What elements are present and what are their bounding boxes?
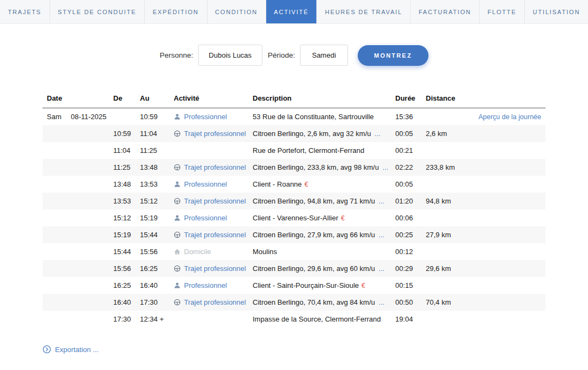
row-description: Moulins — [253, 248, 277, 256]
row-activity-cell: Trajet professionnel — [174, 163, 253, 171]
table-row: 17:30 12:34 + Impasse de la Source, Cler… — [42, 311, 546, 328]
person-icon — [174, 181, 181, 188]
description-more-link[interactable]: ... — [381, 163, 388, 171]
tab-facturation[interactable]: FACTURATION — [410, 0, 479, 23]
euro-icon: € — [304, 181, 308, 188]
tab-bar: TRAJETS STYLE DE CONDUITE EXPÉDITION CON… — [0, 0, 588, 24]
activity-link[interactable]: Domicile — [184, 248, 211, 256]
activity-link[interactable]: Trajet professionnel — [184, 163, 246, 171]
tab-flotte[interactable]: FLOTTE — [479, 0, 524, 23]
row-description: Client - Saint-Pourçain-Sur-Sioule — [253, 281, 359, 289]
activity-link[interactable]: Professionnel — [184, 281, 227, 289]
row-to: 17:30 — [140, 298, 174, 306]
description-more-link[interactable]: ... — [377, 298, 384, 306]
description-more-link[interactable]: ... — [377, 264, 384, 273]
activity-link[interactable]: Professionnel — [184, 214, 227, 222]
row-activity-cell: Trajet professionnel — [174, 264, 253, 273]
steering-wheel-icon — [174, 265, 181, 272]
export-link[interactable]: Exportation ... — [42, 345, 99, 354]
row-from: 13:53 — [113, 197, 140, 205]
activity-link[interactable]: Trajet professionnel — [184, 264, 246, 273]
steering-wheel-icon — [174, 164, 181, 171]
row-to: 10:59 — [140, 113, 174, 121]
row-from: 15:56 — [113, 264, 140, 273]
row-from: 11:25 — [113, 163, 140, 171]
row-from: 17:30 — [113, 315, 140, 323]
description-more-link[interactable]: ... — [377, 197, 384, 205]
row-to: 15:19 — [140, 214, 174, 222]
row-activity-cell: Trajet professionnel — [174, 298, 253, 306]
row-from: 15:12 — [113, 214, 140, 222]
day-overview-link[interactable]: Aperçu de la journée — [479, 113, 541, 121]
row-description-cell: Moulins — [253, 248, 395, 256]
row-date-cell — [47, 281, 113, 289]
tab-label: HEURES DE TRAVAIL — [325, 9, 402, 15]
tab-style-de-conduite[interactable]: STYLE DE CONDUITE — [50, 0, 144, 23]
row-activity-cell: Domicile — [174, 248, 253, 256]
activity-link[interactable]: Trajet professionnel — [184, 197, 246, 205]
description-more-link[interactable]: ... — [377, 231, 384, 239]
row-duration: 02:22 — [395, 163, 426, 171]
activity-link[interactable]: Professionnel — [184, 180, 227, 188]
table-row: 11:25 13:48 Trajet professionnel Citroen… — [42, 159, 546, 176]
row-duration: 00:50 — [395, 298, 426, 306]
row-activity-cell: Trajet professionnel — [174, 130, 253, 138]
person-icon — [174, 214, 181, 221]
table-row: 16:40 17:30 Trajet professionnel Citroen… — [42, 294, 546, 311]
row-description: Client - Roanne — [253, 180, 302, 188]
row-to: 16:40 — [140, 281, 174, 289]
tab-label: FLOTTE — [488, 9, 517, 15]
person-select[interactable]: Dubois Lucas — [198, 45, 262, 66]
person-icon — [174, 113, 181, 120]
person-icon — [174, 282, 181, 289]
activity-link[interactable]: Trajet professionnel — [184, 298, 246, 306]
row-to: 15:44 — [140, 231, 174, 239]
tab-label: UTILISATION — [533, 9, 580, 15]
row-date-cell: Sam08-11-2025 — [47, 113, 113, 121]
tab-exp-dition[interactable]: EXPÉDITION — [144, 0, 207, 23]
row-link-cell: Aperçu de la journée — [469, 113, 541, 121]
row-to: 11:25 — [140, 146, 174, 155]
tab-label: STYLE DE CONDUITE — [58, 9, 136, 15]
show-button[interactable]: MONTREZ — [358, 45, 428, 66]
row-to: 15:56 — [140, 248, 174, 256]
description-more-link[interactable]: ... — [373, 130, 381, 138]
table-row: 15:44 15:56 Domicile Moulins 00:12 — [42, 243, 546, 260]
activity-link[interactable]: Trajet professionnel — [184, 130, 246, 138]
row-date-cell — [47, 298, 113, 306]
row-description-cell: Client - Varennes-Sur-Allier€ — [253, 214, 395, 222]
tab-label: CONDITION — [215, 9, 258, 15]
table-row: 11:04 11:25 Rue de Portefort, Clermont-F… — [42, 142, 546, 159]
col-header-from: De — [113, 94, 140, 102]
row-activity-cell: Trajet professionnel — [174, 231, 253, 239]
row-date-cell — [47, 231, 113, 239]
row-to: 13:53 — [140, 180, 174, 188]
steering-wheel-icon — [174, 130, 181, 137]
row-description-cell: Impasse de la Source, Clermont-Ferrand — [253, 315, 395, 323]
row-from: 10:59 — [113, 130, 140, 138]
tab-heures-de-travail[interactable]: HEURES DE TRAVAIL — [316, 0, 410, 23]
row-from: 15:44 — [113, 248, 140, 256]
row-duration: 00:05 — [395, 130, 426, 138]
row-from: 11:04 — [113, 146, 140, 155]
row-activity-cell: Professionnel — [174, 180, 253, 188]
row-duration: 00:05 — [395, 180, 426, 188]
row-description-cell: Rue de Portefort, Clermont-Ferrand — [253, 146, 395, 155]
row-to: 16:25 — [140, 264, 174, 273]
row-description-cell: Citroen Berlingo, 2,6 km, avg 32 km/u ..… — [253, 130, 395, 138]
tab-condition[interactable]: CONDITION — [207, 0, 266, 23]
tab-trajets[interactable]: TRAJETS — [0, 0, 50, 23]
tab-utilisation[interactable]: UTILISATION — [524, 0, 588, 23]
period-select[interactable]: Samedi — [300, 45, 348, 66]
tab-activit-[interactable]: ACTIVITÉ — [266, 0, 317, 23]
row-description: 53 Rue de la Constituante, Sartrouville — [253, 113, 374, 121]
tab-label: FACTURATION — [419, 9, 471, 15]
row-description: Rue de Portefort, Clermont-Ferrand — [253, 146, 364, 155]
row-date-cell — [47, 315, 113, 323]
table-row: 15:56 16:25 Trajet professionnel Citroen… — [42, 260, 546, 277]
tab-label: EXPÉDITION — [152, 9, 199, 15]
activity-link[interactable]: Trajet professionnel — [184, 231, 246, 239]
activity-link[interactable]: Professionnel — [184, 113, 227, 121]
table-body: Sam08-11-2025 10:59 Professionnel 53 Rue… — [42, 108, 546, 328]
table-row: Sam08-11-2025 10:59 Professionnel 53 Rue… — [42, 108, 546, 125]
